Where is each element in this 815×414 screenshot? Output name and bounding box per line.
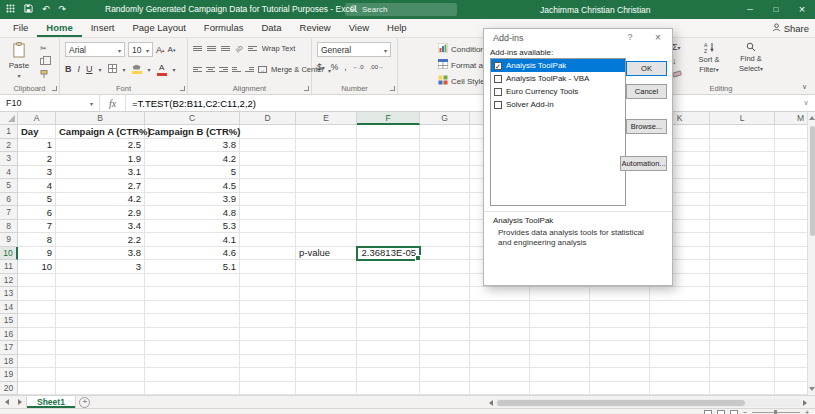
cell-A6[interactable]: 5 bbox=[18, 193, 56, 207]
font-name-select[interactable]: Arial bbox=[65, 42, 125, 57]
paste-button[interactable]: Paste bbox=[4, 42, 34, 82]
cell-A13[interactable] bbox=[18, 287, 56, 301]
column-header-c[interactable]: C bbox=[145, 112, 240, 125]
cell-B15[interactable] bbox=[56, 314, 145, 328]
number-format-select[interactable]: General bbox=[317, 42, 391, 57]
ribbon-tab-formulas[interactable]: Formulas bbox=[195, 19, 253, 37]
name-box[interactable]: F10 bbox=[0, 95, 100, 111]
clipboard-dialog-launcher[interactable] bbox=[52, 86, 57, 91]
bottom-align-icon[interactable] bbox=[221, 46, 230, 51]
cell-M6[interactable] bbox=[775, 193, 807, 207]
ribbon-tab-data[interactable]: Data bbox=[252, 19, 290, 37]
row-header-16[interactable]: 16 bbox=[0, 328, 18, 342]
cell-I14[interactable] bbox=[530, 301, 590, 315]
collapse-ribbon-icon[interactable] bbox=[802, 83, 807, 91]
cell-G11[interactable] bbox=[420, 260, 470, 274]
cell-M20[interactable] bbox=[775, 382, 807, 396]
cell-E9[interactable] bbox=[296, 233, 357, 247]
browse-button[interactable]: Browse... bbox=[626, 119, 667, 134]
font-size-select[interactable]: 10 bbox=[128, 42, 153, 57]
align-left-icon[interactable] bbox=[193, 67, 202, 72]
cell-A14[interactable] bbox=[18, 301, 56, 315]
cell-D16[interactable] bbox=[240, 328, 296, 342]
cell-J17[interactable] bbox=[590, 341, 650, 355]
checkbox-icon[interactable]: ✓ bbox=[494, 62, 502, 70]
find-select-button[interactable]: Find & Select bbox=[730, 42, 772, 73]
row-header-15[interactable]: 15 bbox=[0, 314, 18, 328]
cell-E1[interactable] bbox=[296, 125, 357, 139]
cell-L1[interactable] bbox=[710, 125, 775, 139]
cell-D7[interactable] bbox=[240, 206, 296, 220]
cell-G3[interactable] bbox=[420, 152, 470, 166]
cell-J18[interactable] bbox=[590, 355, 650, 369]
cell-L12[interactable] bbox=[710, 274, 775, 288]
decrease-decimal-icon[interactable]: .00→ bbox=[370, 64, 384, 70]
cell-M11[interactable] bbox=[775, 260, 807, 274]
cell-K14[interactable] bbox=[650, 301, 710, 315]
cell-H18[interactable] bbox=[470, 355, 530, 369]
font-dialog-launcher[interactable] bbox=[180, 86, 185, 91]
cell-D1[interactable] bbox=[240, 125, 296, 139]
increase-decimal-icon[interactable]: ←.0 bbox=[353, 64, 364, 70]
cell-E17[interactable] bbox=[296, 341, 357, 355]
scroll-right-icon[interactable] bbox=[803, 400, 807, 406]
row-header-9[interactable]: 9 bbox=[0, 233, 18, 247]
cell-B13[interactable] bbox=[56, 287, 145, 301]
cell-G2[interactable] bbox=[420, 139, 470, 153]
row-header-11[interactable]: 11 bbox=[0, 260, 18, 274]
cell-C15[interactable] bbox=[145, 314, 240, 328]
cell-B18[interactable] bbox=[56, 355, 145, 369]
cell-F16[interactable] bbox=[357, 328, 420, 342]
cell-L3[interactable] bbox=[710, 152, 775, 166]
cell-M9[interactable] bbox=[775, 233, 807, 247]
italic-button[interactable]: I bbox=[78, 64, 81, 74]
cell-M10[interactable] bbox=[775, 247, 807, 261]
cell-J14[interactable] bbox=[590, 301, 650, 315]
ribbon-tab-view[interactable]: View bbox=[340, 19, 378, 37]
cell-E10[interactable]: p-value bbox=[296, 247, 357, 261]
cell-C20[interactable] bbox=[145, 382, 240, 396]
cell-D18[interactable] bbox=[240, 355, 296, 369]
cell-G6[interactable] bbox=[420, 193, 470, 207]
cell-G19[interactable] bbox=[420, 368, 470, 382]
cell-B4[interactable]: 3.1 bbox=[56, 166, 145, 180]
excel-app-icon[interactable] bbox=[6, 4, 15, 15]
cell-F14[interactable] bbox=[357, 301, 420, 315]
cell-F2[interactable] bbox=[357, 139, 420, 153]
cell-A16[interactable] bbox=[18, 328, 56, 342]
cell-E8[interactable] bbox=[296, 220, 357, 234]
cell-H19[interactable] bbox=[470, 368, 530, 382]
zoom-slider[interactable] bbox=[752, 412, 800, 413]
dialog-help-icon[interactable]: ? bbox=[622, 32, 638, 42]
cell-M12[interactable] bbox=[775, 274, 807, 288]
cell-L19[interactable] bbox=[710, 368, 775, 382]
page-layout-view-icon[interactable] bbox=[717, 410, 725, 414]
cell-A5[interactable]: 4 bbox=[18, 179, 56, 193]
cell-C17[interactable] bbox=[145, 341, 240, 355]
cell-A15[interactable] bbox=[18, 314, 56, 328]
cell-K15[interactable] bbox=[650, 314, 710, 328]
cell-D10[interactable] bbox=[240, 247, 296, 261]
borders-dropdown-icon[interactable] bbox=[123, 64, 126, 74]
cell-K17[interactable] bbox=[650, 341, 710, 355]
dialog-title-bar[interactable]: Add-ins bbox=[484, 29, 672, 46]
cell-L6[interactable] bbox=[710, 193, 775, 207]
ribbon-tab-insert[interactable]: Insert bbox=[82, 19, 124, 37]
cell-E19[interactable] bbox=[296, 368, 357, 382]
cell-I19[interactable] bbox=[530, 368, 590, 382]
decrease-font-size-icon[interactable] bbox=[168, 45, 176, 54]
column-header-b[interactable]: B bbox=[56, 112, 145, 125]
name-box-dropdown-icon[interactable] bbox=[90, 98, 93, 108]
cell-M19[interactable] bbox=[775, 368, 807, 382]
cell-E16[interactable] bbox=[296, 328, 357, 342]
cell-A2[interactable]: 1 bbox=[18, 139, 56, 153]
format-painter-icon[interactable] bbox=[40, 70, 50, 79]
cell-F20[interactable] bbox=[357, 382, 420, 396]
checkbox-icon[interactable] bbox=[494, 75, 502, 83]
row-header-3[interactable]: 3 bbox=[0, 152, 18, 166]
cell-K13[interactable] bbox=[650, 287, 710, 301]
cell-D4[interactable] bbox=[240, 166, 296, 180]
cell-A9[interactable]: 8 bbox=[18, 233, 56, 247]
cell-I17[interactable] bbox=[530, 341, 590, 355]
redo-icon[interactable]: ↷ bbox=[59, 5, 67, 14]
